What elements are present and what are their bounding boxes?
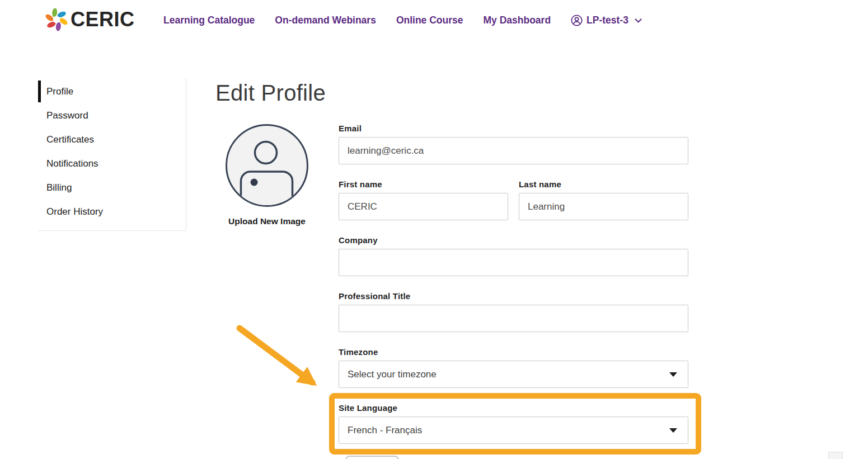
ceric-logo[interactable]: CERIC [44, 7, 135, 32]
upload-new-image-button[interactable]: Upload New Image [219, 216, 315, 226]
sidebar-item-certificates[interactable]: Certificates [38, 127, 186, 152]
site-language-label: Site Language [339, 403, 688, 413]
name-row: First name Last name [339, 179, 688, 235]
sidebar-item-label: Order History [46, 206, 103, 217]
professional-title-field-group: Professional Title [339, 291, 688, 332]
arrow-annotation-icon [228, 320, 335, 401]
edit-profile-form: Email First name Last name Company Profe… [339, 124, 688, 459]
sidebar-item-label: Profile [46, 86, 73, 97]
nav-link-my-dashboard[interactable]: My Dashboard [484, 15, 551, 26]
dropdown-caret-icon [669, 428, 677, 433]
first-name-label: First name [339, 179, 508, 190]
last-name-label: Last name [519, 179, 688, 190]
sidebar-item-notifications[interactable]: Notifications [38, 152, 186, 176]
company-field-group: Company [339, 235, 688, 276]
site-language-select[interactable]: French - Français [339, 417, 688, 444]
account-sidebar: Profile Password Certificates Notificati… [38, 78, 186, 231]
top-nav: CERIC Learning Catalogue On-demand Webin… [0, 0, 868, 40]
last-name-field-group: Last name [519, 179, 688, 220]
chevron-down-icon [635, 16, 642, 23]
nav-link-online-course[interactable]: Online Course [396, 15, 463, 26]
first-name-input[interactable] [339, 193, 508, 220]
email-label: Email [339, 124, 688, 134]
last-name-input[interactable] [519, 193, 688, 220]
scroll-widget-fragment [828, 452, 843, 459]
user-circle-icon [571, 15, 583, 26]
site-language-selected-value: French - Français [348, 425, 422, 436]
timezone-select[interactable]: Select your timezone [339, 361, 688, 388]
sidebar-item-label: Certificates [46, 134, 94, 145]
timezone-selected-value: Select your timezone [348, 369, 437, 380]
site-language-field-group: Site Language French - Français [339, 403, 688, 444]
ceric-pinwheel-icon [44, 7, 69, 32]
timezone-label: Timezone [339, 347, 688, 357]
avatar-placeholder-person [225, 124, 309, 207]
page-title: Edit Profile [215, 81, 326, 106]
sidebar-item-label: Password [46, 110, 88, 121]
sidebar-item-order-history[interactable]: Order History [38, 200, 186, 224]
nav-links: Learning Catalogue On-demand Webinars On… [163, 0, 640, 40]
sidebar-item-billing[interactable]: Billing [38, 176, 186, 200]
professional-title-label: Professional Title [339, 291, 688, 301]
nav-link-on-demand-webinars[interactable]: On-demand Webinars [275, 15, 376, 26]
professional-title-input[interactable] [339, 305, 688, 332]
timezone-field-group: Timezone Select your timezone [339, 347, 688, 388]
user-name: LP-test-3 [587, 15, 628, 26]
dropdown-caret-icon [669, 372, 677, 377]
sidebar-item-password[interactable]: Password [38, 103, 186, 127]
user-menu[interactable]: LP-test-3 [571, 15, 640, 26]
email-field-group: Email [339, 124, 688, 164]
company-input[interactable] [339, 249, 688, 276]
active-indicator [38, 81, 41, 102]
sidebar-item-profile[interactable]: Profile [38, 79, 186, 103]
avatar-block: Upload New Image [219, 124, 315, 226]
first-name-field-group: First name [339, 179, 508, 220]
sidebar-item-label: Notifications [46, 158, 98, 169]
submit-button-cutoff[interactable] [345, 456, 399, 459]
email-input[interactable] [339, 137, 688, 164]
nav-link-learning-catalogue[interactable]: Learning Catalogue [163, 15, 255, 26]
company-label: Company [339, 235, 688, 245]
brand-name: CERIC [71, 8, 135, 31]
sidebar-item-label: Billing [46, 182, 72, 193]
